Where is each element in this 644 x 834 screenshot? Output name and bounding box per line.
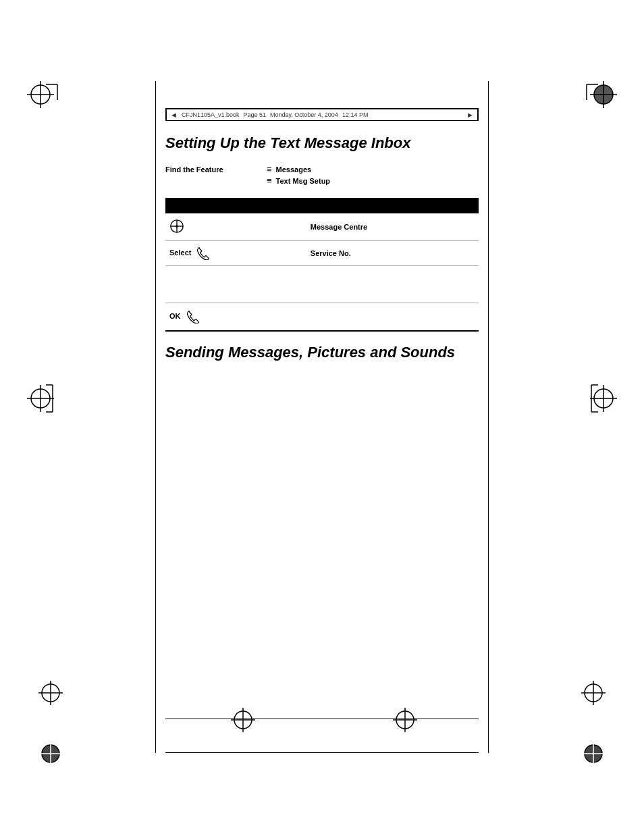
menu-icon-1: ≡ [267,164,272,174]
feature-steps: ≡ Messages ≡ Text Msg Setup [267,164,330,186]
main-content: ◄ CFJN1105A_v1.book Page 51 Monday, Octo… [165,108,479,362]
table-row-ok: OK [165,303,479,332]
svg-point-43 [176,226,178,228]
bottom-mark-mid-left [230,706,257,736]
table-cell-ok: OK [165,303,306,332]
bottom-mark-left-top [37,679,64,709]
file-page: Page 51 [243,111,266,118]
table-row-1: Message Centre [165,213,479,241]
bottom-mark-right-top [580,679,607,709]
file-filename: CFJN1105A_v1.book [182,111,240,118]
table-cell-result-3 [306,266,479,303]
page: ◄ CFJN1105A_v1.book Page 51 Monday, Octo… [0,0,644,834]
ok-label: OK [169,312,181,320]
select-label: Select [169,249,191,257]
feature-step-2-label: Text Msg Setup [276,177,330,185]
file-arrow-icon: ◄ [170,111,178,119]
table-cell-action-3 [165,266,306,303]
table-cell-action-2: Select [165,241,306,266]
feature-step-2: ≡ Text Msg Setup [267,176,330,186]
table-cell-result-1: Message Centre [306,213,479,241]
find-feature-label: Find the Feature [165,164,253,174]
table-cell-action-1 [165,213,306,241]
section2-title: Sending Messages, Pictures and Sounds [165,344,479,361]
left-border-line [155,81,156,753]
side-mark-right [590,378,617,419]
bottom-mark-right-bottom [580,740,607,770]
section1-title: Setting Up the Text Message Inbox [165,134,479,152]
table-header-cell [165,198,479,213]
table-header-row [165,198,479,213]
table-row-3 [165,266,479,303]
right-border-line [488,81,489,753]
file-info-bar: ◄ CFJN1105A_v1.book Page 51 Monday, Octo… [165,108,479,121]
side-mark-left [27,378,54,419]
compass-icon-1 [169,219,184,234]
bottom-hline-1 [165,719,479,719]
table-cell-result-2: Service No. [306,241,479,266]
bottom-mark-mid-right [392,706,419,736]
file-arrow-right-icon: ► [466,111,474,119]
corner-mark-top-left [27,81,68,122]
result-text-1: Message Centre [311,223,367,231]
phone-icon-1 [196,246,209,260]
feature-step-1: ≡ Messages [267,164,330,174]
bottom-mark-left-bottom [37,740,64,770]
table-row-2: Select Service No. [165,241,479,266]
corner-mark-top-right [576,81,617,122]
feature-step-1-label: Messages [276,165,312,174]
instruction-table: Message Centre Select Service No [165,198,479,332]
bottom-hline-2 [165,752,479,753]
file-time: 12:14 PM [342,111,369,118]
result-text-2: Service No. [311,249,351,257]
phone-icon-ok [186,310,199,323]
menu-icon-2: ≡ [267,176,272,186]
find-feature-row: Find the Feature ≡ Messages ≡ Text Msg S… [165,164,479,186]
table-cell-ok-result [306,303,479,332]
file-date: Monday, October 4, 2004 [270,111,338,118]
